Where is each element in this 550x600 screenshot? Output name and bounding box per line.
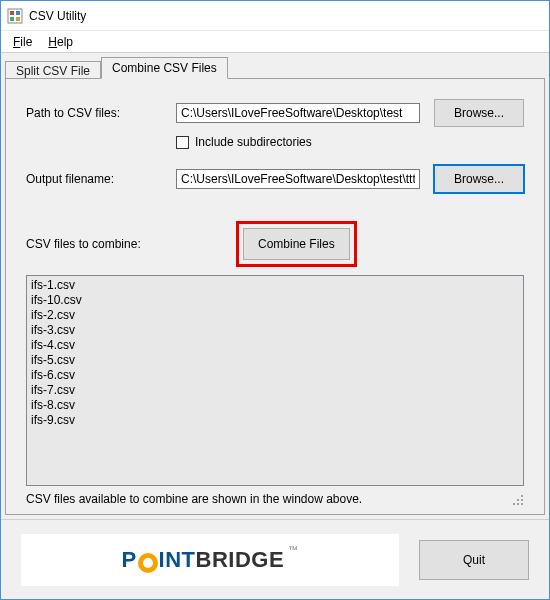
list-item[interactable]: ifs-2.csv [31, 308, 519, 323]
svg-point-8 [513, 503, 515, 505]
csv-file-list[interactable]: ifs-1.csvifs-10.csvifs-2.csvifs-3.csvifs… [26, 275, 524, 486]
svg-point-10 [521, 503, 523, 505]
path-input[interactable] [176, 103, 420, 123]
svg-rect-1 [10, 11, 14, 15]
status-text: CSV files available to combine are shown… [26, 492, 362, 506]
quit-button[interactable]: Quit [419, 540, 529, 580]
resize-grip-icon[interactable] [510, 492, 524, 506]
combine-button-highlight: Combine Files [236, 221, 357, 267]
combine-list-label: CSV files to combine: [26, 237, 236, 251]
tab-combine-csv[interactable]: Combine CSV Files [101, 57, 228, 79]
menu-file[interactable]: File [5, 33, 40, 51]
app-window: CSV Utility File Help Split CSV File Com… [0, 0, 550, 600]
list-item[interactable]: ifs-9.csv [31, 413, 519, 428]
path-label: Path to CSV files: [26, 106, 176, 120]
list-item[interactable]: ifs-7.csv [31, 383, 519, 398]
title-bar: CSV Utility [1, 1, 549, 31]
list-item[interactable]: ifs-1.csv [31, 278, 519, 293]
window-title: CSV Utility [29, 9, 86, 23]
app-icon [7, 8, 23, 24]
pointbridge-logo: PINTBRIDGE™ [21, 534, 399, 586]
list-item[interactable]: ifs-3.csv [31, 323, 519, 338]
svg-rect-3 [10, 17, 14, 21]
output-label: Output filename: [26, 172, 176, 186]
svg-rect-2 [16, 11, 20, 15]
browse-path-button[interactable]: Browse... [434, 99, 524, 127]
list-item[interactable]: ifs-6.csv [31, 368, 519, 383]
menu-help[interactable]: Help [40, 33, 81, 51]
logo-o-icon [138, 553, 158, 573]
tab-page-combine: Path to CSV files: Browse... Include sub… [5, 78, 545, 515]
list-item[interactable]: ifs-5.csv [31, 353, 519, 368]
output-input[interactable] [176, 169, 420, 189]
combine-files-button[interactable]: Combine Files [243, 228, 350, 260]
list-item[interactable]: ifs-10.csv [31, 293, 519, 308]
svg-point-6 [517, 499, 519, 501]
include-subdirs-label: Include subdirectories [195, 135, 312, 149]
menu-bar: File Help [1, 31, 549, 53]
list-item[interactable]: ifs-4.csv [31, 338, 519, 353]
footer: PINTBRIDGE™ Quit [1, 519, 549, 599]
browse-output-button[interactable]: Browse... [434, 165, 524, 193]
svg-point-7 [521, 499, 523, 501]
svg-point-9 [517, 503, 519, 505]
svg-rect-4 [16, 17, 20, 21]
list-item[interactable]: ifs-8.csv [31, 398, 519, 413]
tab-strip: Split CSV File Combine CSV Files [1, 53, 549, 78]
include-subdirs-checkbox[interactable] [176, 136, 189, 149]
svg-point-5 [521, 495, 523, 497]
